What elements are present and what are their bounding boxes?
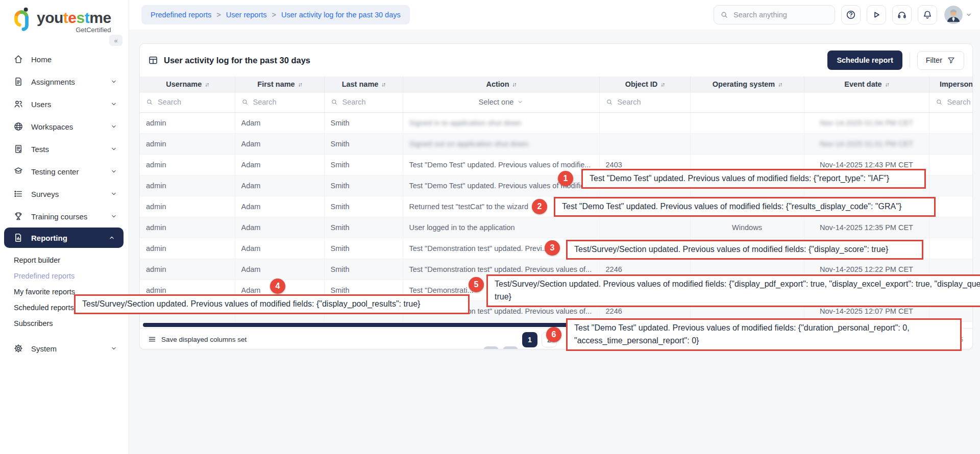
user-avatar[interactable] bbox=[944, 6, 963, 24]
sort-icon[interactable]: ↓↑ bbox=[778, 81, 781, 87]
tests-icon bbox=[13, 144, 23, 154]
schedule-report-button[interactable]: Schedule report bbox=[827, 51, 902, 70]
table-row[interactable]: adminAdamSmithUser logged in to the appl… bbox=[140, 217, 972, 238]
action-filter-select[interactable]: Select one bbox=[403, 98, 599, 106]
annotation-box-2: Test "Demo Test" updated. Previous value… bbox=[554, 197, 936, 217]
sidebar-item-assignments[interactable]: Assignments bbox=[0, 70, 129, 93]
sidebar-item-predefined-reports[interactable]: Predefined reports bbox=[0, 268, 129, 284]
cell-last_name: Smith bbox=[324, 238, 403, 259]
cell-text: User logged in to the application bbox=[409, 223, 515, 232]
column-header-last-name[interactable]: Last name↓↑ bbox=[324, 77, 403, 92]
column-header-username[interactable]: Username↓↑ bbox=[140, 77, 235, 92]
help-button[interactable] bbox=[841, 5, 861, 24]
pagination-prev-button[interactable]: ‹ bbox=[503, 346, 518, 350]
sort-icon[interactable]: ↓↑ bbox=[660, 81, 664, 87]
sidebar-item-system[interactable]: System bbox=[0, 337, 129, 360]
annotation-text: Test "Demo Test" updated. Previous value… bbox=[562, 200, 901, 213]
filter-button[interactable]: Filter bbox=[917, 51, 964, 70]
workspaces-icon bbox=[13, 121, 23, 132]
sidebar-item-reporting[interactable]: Reporting bbox=[4, 228, 124, 248]
chevron-down-icon bbox=[110, 168, 117, 175]
cell-first_name: Adam bbox=[235, 154, 324, 175]
sidebar-item-tests[interactable]: Tests bbox=[0, 138, 129, 160]
cell-object_id bbox=[599, 217, 690, 238]
sidebar-item-surveys[interactable]: Surveys bbox=[0, 183, 129, 205]
notifications-button[interactable] bbox=[918, 5, 937, 24]
column-search-username[interactable] bbox=[140, 98, 235, 106]
cell-text: Nov-14-2025 12:43 PM CET bbox=[820, 161, 913, 169]
column-header-impersonated[interactable]: Impersonated↓↑ bbox=[929, 77, 972, 92]
cell-text: Smith bbox=[331, 161, 350, 169]
sidebar-item-label: Testing center bbox=[31, 167, 79, 176]
cell-username: admin bbox=[140, 175, 235, 196]
sort-icon[interactable]: ↓↑ bbox=[205, 81, 208, 87]
sidebar-item-workspaces[interactable]: Workspaces bbox=[0, 115, 129, 138]
cell-text: Adam bbox=[241, 244, 261, 253]
cell-last_name: Smith bbox=[324, 154, 403, 175]
main-area: Predefined reports>User reports>User act… bbox=[129, 0, 980, 454]
cell-text: Nov-14-2025 12:07 PM CET bbox=[820, 307, 913, 315]
cell-impersonated bbox=[929, 112, 972, 133]
sort-icon[interactable]: ↓↑ bbox=[298, 81, 302, 87]
cell-username: admin bbox=[140, 133, 235, 154]
sort-icon[interactable]: ↓↑ bbox=[381, 81, 385, 87]
column-header-object-id[interactable]: Object ID↓↑ bbox=[599, 77, 690, 92]
column-label: First name bbox=[257, 80, 295, 88]
sidebar-item-label: Surveys bbox=[31, 190, 59, 198]
annotation-number-1: 1 bbox=[558, 171, 573, 186]
global-search[interactable] bbox=[714, 5, 835, 24]
global-search-input[interactable] bbox=[733, 11, 828, 19]
column-header-first-name[interactable]: First name↓↑ bbox=[235, 77, 324, 92]
cell-text: admin bbox=[146, 223, 166, 232]
column-search-object-id[interactable] bbox=[600, 98, 690, 106]
column-search-input[interactable] bbox=[618, 98, 685, 106]
sidebar-item-testing-center[interactable]: Testing center bbox=[0, 160, 129, 183]
sidebar-item-report-builder[interactable]: Report builder bbox=[0, 252, 129, 268]
support-button[interactable] bbox=[892, 5, 912, 24]
logo-mark-icon bbox=[11, 6, 33, 34]
cell-text: Smith bbox=[331, 223, 350, 232]
cell-text: Windows bbox=[732, 223, 762, 232]
sidebar-item-home[interactable]: Home bbox=[0, 48, 129, 70]
filter-cell-impersonated bbox=[929, 92, 972, 112]
sort-icon[interactable]: ↓↑ bbox=[885, 81, 889, 87]
table-row[interactable]: adminAdamSmithSigned in to application s… bbox=[140, 112, 972, 133]
column-label: Username bbox=[166, 80, 202, 88]
sort-icon[interactable]: ↓↑ bbox=[512, 81, 516, 87]
video-tutorial-button[interactable] bbox=[867, 5, 886, 24]
breadcrumb-link-2[interactable]: User activity log for the past 30 days bbox=[281, 11, 401, 19]
save-columns-button[interactable]: Save displayed columns set bbox=[148, 335, 247, 343]
column-search-input[interactable] bbox=[158, 98, 229, 106]
sidebar-item-users[interactable]: Users bbox=[0, 93, 129, 115]
pagination-page-1[interactable]: 1 bbox=[522, 332, 537, 347]
logo-segment: you bbox=[37, 9, 63, 26]
column-search-impersonated[interactable] bbox=[929, 98, 973, 106]
surveys-icon bbox=[13, 189, 23, 199]
column-header-event-date[interactable]: Event date↓↑ bbox=[804, 77, 929, 92]
users-icon bbox=[13, 99, 23, 109]
column-search-last-name[interactable] bbox=[325, 98, 403, 106]
search-icon bbox=[331, 98, 338, 106]
annotation-text: Test "Demo Test" updated. Previous value… bbox=[590, 172, 889, 185]
sidebar-collapse-button[interactable]: « bbox=[109, 35, 122, 46]
cell-text: Nov-14-2025 01:04 PM CET bbox=[820, 119, 913, 127]
sidebar-item-training-courses[interactable]: Training courses bbox=[0, 205, 129, 228]
column-search-input[interactable] bbox=[342, 98, 400, 106]
breadcrumb-link-0[interactable]: Predefined reports bbox=[151, 11, 211, 19]
cell-impersonated bbox=[929, 175, 972, 196]
column-search-input[interactable] bbox=[947, 98, 973, 106]
column-header-operating-system[interactable]: Operating system↓↑ bbox=[690, 77, 804, 92]
sidebar-item-label: Workspaces bbox=[31, 122, 73, 131]
profile-menu-chevron-icon[interactable] bbox=[966, 12, 972, 18]
breadcrumb-link-1[interactable]: User reports bbox=[226, 11, 267, 19]
table-filter-row: Select one bbox=[140, 92, 972, 112]
table-row[interactable]: adminAdamSmithSigned out on application … bbox=[140, 133, 972, 154]
sidebar-item-label: Assignments bbox=[31, 78, 75, 86]
cell-text: Signed out on application shut down. bbox=[409, 140, 530, 148]
sidebar-item-subscribers[interactable]: Subscribers bbox=[0, 315, 129, 331]
app-logo[interactable]: youtestme GetCertified bbox=[0, 0, 129, 34]
column-search-first-name[interactable] bbox=[235, 98, 324, 106]
pagination-first-button[interactable]: « bbox=[483, 346, 499, 350]
column-search-input[interactable] bbox=[253, 98, 320, 106]
column-header-action[interactable]: Action↓↑ bbox=[403, 77, 599, 92]
